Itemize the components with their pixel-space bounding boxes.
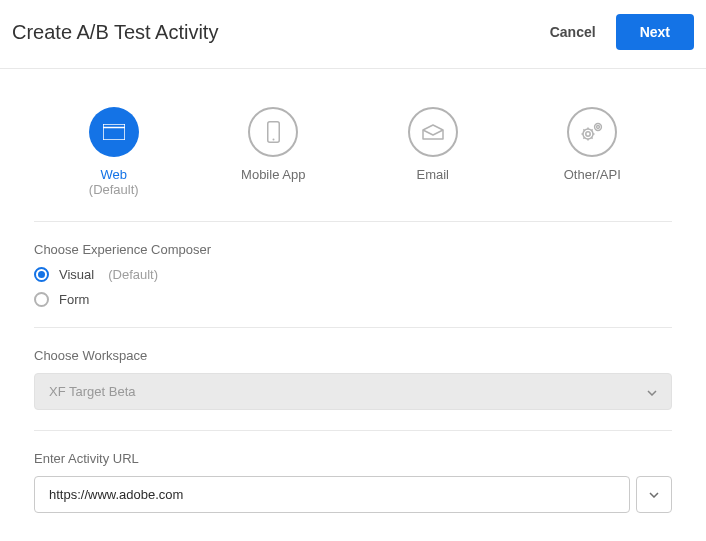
- dialog-content: Web (Default) Mobile App Email: [0, 69, 706, 513]
- page-title: Create A/B Test Activity: [12, 21, 218, 44]
- url-section: Enter Activity URL: [34, 431, 672, 513]
- workspace-dropdown[interactable]: XF Target Beta: [34, 373, 672, 410]
- chevron-down-icon: [647, 386, 657, 398]
- svg-rect-0: [103, 124, 125, 140]
- channel-label: Other/API: [564, 167, 621, 182]
- workspace-section: Choose Workspace XF Target Beta: [34, 328, 672, 431]
- header-actions: Cancel Next: [550, 14, 694, 50]
- web-icon: [89, 107, 139, 157]
- url-section-label: Enter Activity URL: [34, 451, 672, 466]
- cancel-button[interactable]: Cancel: [550, 24, 596, 40]
- channel-other[interactable]: Other/API: [522, 107, 662, 197]
- url-dropdown-button[interactable]: [636, 476, 672, 513]
- chevron-down-icon: [649, 492, 659, 498]
- svg-line-11: [592, 138, 593, 139]
- channel-mobile[interactable]: Mobile App: [203, 107, 343, 197]
- composer-section-label: Choose Experience Composer: [34, 242, 672, 257]
- channel-selector: Web (Default) Mobile App Email: [34, 69, 672, 222]
- svg-point-14: [597, 126, 600, 129]
- svg-line-13: [584, 138, 585, 139]
- radio-label: Form: [59, 292, 89, 307]
- radio-label: Visual: [59, 267, 94, 282]
- channel-label: Email: [416, 167, 449, 182]
- workspace-value: XF Target Beta: [49, 384, 135, 399]
- activity-url-input[interactable]: [34, 476, 630, 513]
- next-button[interactable]: Next: [616, 14, 694, 50]
- svg-line-12: [592, 129, 593, 130]
- gears-icon: [567, 107, 617, 157]
- channel-sublabel: (Default): [89, 182, 139, 197]
- channel-email[interactable]: Email: [363, 107, 503, 197]
- radio-visual[interactable]: Visual (Default): [34, 267, 672, 282]
- workspace-section-label: Choose Workspace: [34, 348, 672, 363]
- dialog-header: Create A/B Test Activity Cancel Next: [0, 0, 706, 69]
- composer-radio-group: Visual (Default) Form: [34, 267, 672, 307]
- channel-label: Mobile App: [241, 167, 305, 182]
- svg-point-3: [272, 139, 274, 141]
- svg-line-10: [584, 129, 585, 130]
- radio-form[interactable]: Form: [34, 292, 672, 307]
- composer-section: Choose Experience Composer Visual (Defau…: [34, 222, 672, 328]
- radio-sublabel: (Default): [108, 267, 158, 282]
- url-row: [34, 476, 672, 513]
- radio-indicator: [34, 292, 49, 307]
- mobile-icon: [248, 107, 298, 157]
- svg-point-15: [595, 124, 602, 131]
- channel-label: Web: [101, 167, 128, 182]
- channel-web[interactable]: Web (Default): [44, 107, 184, 197]
- svg-point-4: [586, 132, 590, 136]
- email-icon: [408, 107, 458, 157]
- radio-indicator: [34, 267, 49, 282]
